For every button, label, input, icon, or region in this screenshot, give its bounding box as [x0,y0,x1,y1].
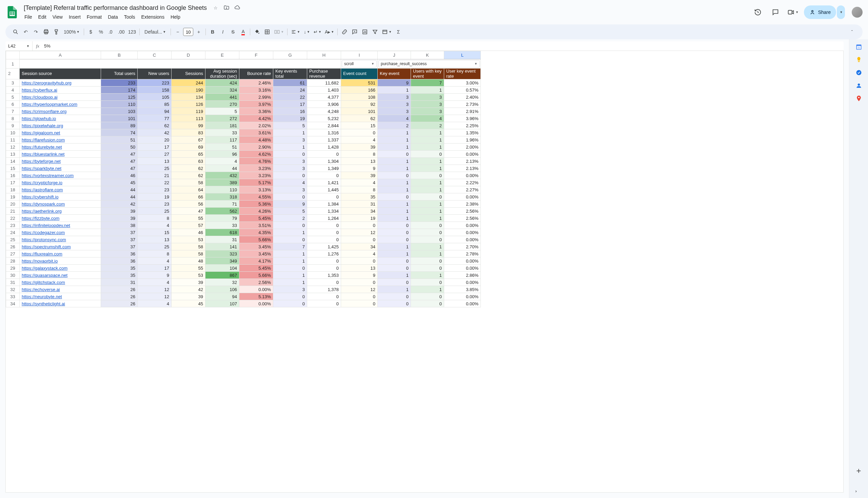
col-header-E[interactable]: E [205,51,239,60]
cell[interactable]: 42 [101,200,138,208]
cell[interactable]: 62 [172,165,205,172]
cell[interactable]: 0.00% [444,258,481,265]
cell-link[interactable]: https://glowhub.io [20,115,101,122]
cell[interactable]: 134 [172,94,205,101]
cell[interactable]: 1 [411,243,444,250]
cell[interactable]: 103 [101,108,138,115]
horizontal-align-icon[interactable]: ▼ [290,27,302,37]
more-formats-icon[interactable]: 123 [127,27,137,37]
cell[interactable]: 37 [101,236,138,243]
cell[interactable]: 39 [101,215,138,222]
cell[interactable]: 0 [378,236,411,243]
cell[interactable]: 5.45% [239,215,273,222]
cell[interactable]: 15 [341,122,378,129]
cell[interactable]: 12 [138,286,172,293]
cell[interactable]: 0.00% [444,300,481,307]
cell[interactable]: 1,276 [307,250,341,258]
cell[interactable]: 4 [341,136,378,144]
cell[interactable]: 63 [172,158,205,165]
cell[interactable]: 26 [101,293,138,300]
cell[interactable]: 318 [205,193,239,200]
row-header-23[interactable]: 23 [6,222,20,229]
cell[interactable]: 34 [341,243,378,250]
cell[interactable]: 0 [411,222,444,229]
functions-icon[interactable]: Σ [393,27,403,37]
cell[interactable]: 3.97% [239,101,273,108]
cell[interactable]: 19 [273,115,307,122]
row-header-32[interactable]: 32 [6,286,20,293]
cell[interactable]: 0 [307,150,341,158]
cell-link[interactable]: https://novaorbit.io [20,258,101,265]
col-header-J[interactable]: J [378,51,411,60]
menu-file[interactable]: File [22,13,35,21]
cell[interactable]: 4 [341,250,378,258]
cell[interactable]: 104 [205,265,239,272]
cell[interactable]: 2 [378,122,411,129]
cell[interactable]: 0 [307,172,341,179]
cell[interactable]: 4.48% [239,136,273,144]
cell[interactable]: 101 [101,115,138,122]
cell[interactable]: 117 [205,136,239,144]
row-header-5[interactable]: 5 [6,94,20,101]
spreadsheet-grid[interactable]: ABCDEFGHIJKL1scroll▼purchase_result_succ… [6,51,843,492]
cell[interactable]: 5.13% [239,293,273,300]
cell[interactable]: 181 [205,122,239,129]
cell[interactable]: 1,378 [307,286,341,293]
cell-link[interactable]: https://crypticforge.io [20,179,101,186]
cell[interactable]: 3 [411,94,444,101]
cell[interactable]: 1,349 [307,165,341,172]
cell[interactable]: 4 [411,115,444,122]
cell[interactable]: 33 [205,222,239,229]
cell[interactable]: 1,428 [307,144,341,150]
cell[interactable]: 19 [341,215,378,222]
cell[interactable]: 110 [205,186,239,193]
cell[interactable]: 25 [138,243,172,250]
cell[interactable]: 94 [138,108,172,115]
cell[interactable]: 1 [378,186,411,193]
cell[interactable]: 0.00% [444,293,481,300]
cell[interactable]: 1 [273,129,307,136]
cell[interactable]: 2.02% [239,122,273,129]
cell[interactable]: 0 [307,258,341,265]
filter-key-event[interactable]: purchase_result_success▼ [378,60,480,67]
format-percent-icon[interactable]: % [96,27,106,37]
cell[interactable]: 3.00% [444,79,481,87]
print-icon[interactable] [41,27,51,37]
cell[interactable]: 4.26% [239,208,273,215]
col-header-H[interactable]: H [307,51,341,60]
cell[interactable]: 1 [411,129,444,136]
cell[interactable]: 0 [378,222,411,229]
contacts-icon[interactable] [855,82,862,89]
cell[interactable]: 5.36% [239,200,273,208]
row-header-4[interactable]: 4 [6,87,20,94]
text-color-icon[interactable]: A [238,27,248,37]
cell[interactable]: 1,353 [307,272,341,279]
row-header-24[interactable]: 24 [6,229,20,236]
cell[interactable]: 24 [273,87,307,94]
cell[interactable]: 0.57% [444,87,481,94]
increase-decimal-icon[interactable]: .00 [117,27,126,37]
move-icon[interactable] [223,4,230,12]
cell[interactable]: 1,384 [307,200,341,208]
cell[interactable]: 13 [138,236,172,243]
cell-link[interactable]: https://futurebyte.net [20,144,101,150]
cell[interactable]: 0 [341,236,378,243]
cell[interactable]: 47 [172,208,205,215]
cell[interactable]: 2.73% [444,101,481,108]
cell[interactable]: 16 [273,108,307,115]
cell[interactable]: 0 [341,300,378,307]
cell[interactable]: 2.46% [239,79,273,87]
cell[interactable]: 1,421 [307,179,341,186]
cell[interactable]: 4 [341,179,378,186]
font-select[interactable]: Defaul...▼ [142,27,169,37]
insert-link-icon[interactable] [340,27,349,37]
font-size-decrease-icon[interactable]: − [173,27,183,37]
cell[interactable]: 23 [138,186,172,193]
cell[interactable]: 323 [205,250,239,258]
cell[interactable]: 25 [138,165,172,172]
cell-link[interactable]: https://quasarspace.net [20,272,101,279]
cell[interactable]: 0 [378,300,411,307]
cell[interactable]: 424 [205,79,239,87]
cell[interactable]: 71 [205,200,239,208]
cell[interactable]: 45 [172,300,205,307]
